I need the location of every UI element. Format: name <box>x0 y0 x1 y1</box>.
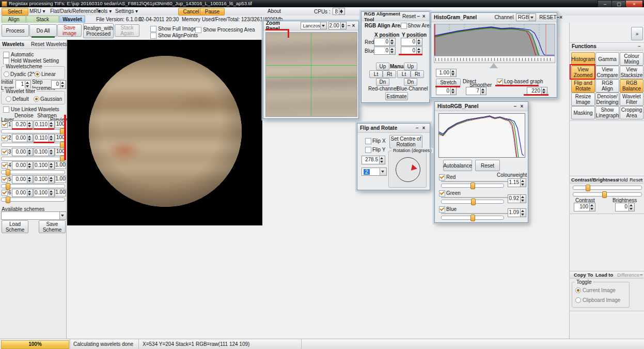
blue-down-button[interactable]: Dn <box>404 78 417 86</box>
tab-align[interactable]: Align <box>2 16 26 23</box>
rotation-angle-spin[interactable] <box>379 156 385 164</box>
cpus-spinner[interactable]: 8 <box>333 8 345 15</box>
layer1-denoise-spinner[interactable]: 0.20 <box>12 120 33 129</box>
func-view-stacksize-button[interactable]: View Stacksize <box>620 66 643 79</box>
channel-dropdown[interactable]: RGB <box>516 13 537 21</box>
range-low-spin[interactable] <box>450 87 456 95</box>
dyadic-radio[interactable] <box>4 71 9 77</box>
blue-weight-thumb[interactable] <box>470 215 475 221</box>
layer2-denoise-spin[interactable] <box>27 134 33 142</box>
load-to-button[interactable]: Load to <box>595 272 613 278</box>
layer5-denoise-spin[interactable] <box>27 176 33 183</box>
rotation-step-dropdown[interactable]: 2 <box>362 168 387 176</box>
schemes-dropdown-arrow[interactable] <box>59 212 66 219</box>
layer6-sharpen-spin[interactable] <box>49 189 54 196</box>
flip-rotate-minimize-icon[interactable]: – <box>414 125 420 131</box>
gamma-spin[interactable] <box>450 69 456 77</box>
layer4-sharpen-spinner[interactable]: 0.100 <box>34 161 55 170</box>
layer4-denoise-spinner[interactable]: 0.00 <box>12 161 33 170</box>
blue-weight-spinner[interactable]: 1.09 <box>508 208 526 217</box>
blue-left-button[interactable]: Lt <box>397 70 411 78</box>
show-full-image-checkbox[interactable] <box>150 26 156 32</box>
zoom-value-spinner[interactable]: 2.00 <box>328 22 346 29</box>
zoom-filter-arrow[interactable] <box>320 22 326 29</box>
contrast-slider-thumb[interactable] <box>586 185 590 191</box>
flip-x-checkbox[interactable] <box>365 138 371 144</box>
layer4-sharpen-spin[interactable] <box>49 162 54 169</box>
log-based-graph-checkbox[interactable] <box>497 79 503 85</box>
menu-select[interactable]: Select <box>2 8 28 16</box>
func-masking-button[interactable]: Masking <box>571 106 595 119</box>
layer6-slider[interactable] <box>1 198 65 202</box>
func-cropping-area-button[interactable]: Cropping Area <box>620 106 643 119</box>
load-scheme-button[interactable]: Load Scheme <box>2 220 28 233</box>
smoother-spinner[interactable]: 7 <box>466 87 486 95</box>
range-high-spin[interactable] <box>541 87 547 95</box>
blue-up-button[interactable]: Up <box>404 63 417 70</box>
linear-radio[interactable] <box>35 71 40 77</box>
red-right-button[interactable]: Rt <box>383 70 396 78</box>
stack-again-button[interactable]: Stack Again <box>115 24 139 37</box>
layer3-denoise-spin[interactable] <box>27 148 33 156</box>
show-area-checkbox[interactable] <box>401 23 407 29</box>
layer5-slider[interactable] <box>1 184 65 188</box>
layer4-slider[interactable] <box>1 170 65 174</box>
green-weight-spin[interactable] <box>520 195 526 203</box>
autobalance-button[interactable]: Autobalance <box>443 160 472 171</box>
red-x-spinner[interactable]: 0 <box>374 38 396 46</box>
filter-gaussian-radio[interactable] <box>34 96 39 102</box>
zoom-value-spin[interactable] <box>340 22 346 29</box>
zoom-filter-dropdown[interactable]: Lanczos <box>301 22 327 29</box>
blue-weight-slider[interactable] <box>441 216 504 220</box>
channel-dropdown-arrow[interactable] <box>529 14 536 21</box>
layer3-sharpen-spinner[interactable]: 0.100 <box>34 148 55 156</box>
window-maximize-button[interactable]: ▢ <box>611 0 626 8</box>
historgb-titlebar[interactable]: HistoRGB_Panel – × <box>435 102 528 111</box>
red-y-spinner[interactable]: 0 <box>401 38 422 46</box>
func-rgb-align-button[interactable]: RGB Align <box>595 79 619 93</box>
menu-settings[interactable]: Settings ▾ <box>113 8 140 14</box>
green-weight-slider[interactable] <box>441 200 504 204</box>
layer1-sharpen-spinner[interactable]: 0.110 <box>34 120 55 129</box>
layer4-denoise-spin[interactable] <box>27 162 33 169</box>
clipboard-image-radio[interactable] <box>575 297 581 303</box>
layer3-slider[interactable] <box>1 157 65 161</box>
cpus-spin-buttons[interactable] <box>339 8 344 14</box>
green-weight-thumb[interactable] <box>471 199 476 205</box>
layer2-denoise-spinner[interactable]: 0.00 <box>12 134 33 142</box>
copy-load-minimize-icon[interactable]: – <box>640 272 643 278</box>
layer6-slider-thumb[interactable] <box>6 196 10 203</box>
layer3-denoise-spinner[interactable]: 0.00 <box>12 148 33 156</box>
main-image-canvas[interactable] <box>67 40 262 225</box>
rgb-align-close-icon[interactable]: × <box>421 13 427 19</box>
use-linked-wavelets-checkbox[interactable] <box>3 107 9 113</box>
show-alignpoints-checkbox[interactable] <box>150 33 156 39</box>
layer6-denoise-spin[interactable] <box>27 189 33 196</box>
filter-default-radio[interactable] <box>6 96 11 102</box>
histogram-close-icon[interactable]: × <box>559 14 562 20</box>
blue-right-button[interactable]: Rt <box>411 70 424 78</box>
red-channel-checkbox[interactable] <box>439 174 445 180</box>
red-weight-thumb[interactable] <box>470 183 475 189</box>
contrast-slider[interactable] <box>573 186 642 190</box>
realign-with-processed-button[interactable]: Realign_with Processed <box>83 23 114 38</box>
red-weight-slider[interactable] <box>441 184 504 188</box>
layer3-sharpen-spin[interactable] <box>49 148 54 156</box>
contrast-spinner[interactable]: 100 <box>574 203 595 211</box>
do-all-button[interactable]: Do All <box>29 24 57 37</box>
layer1-slider[interactable] <box>1 129 65 133</box>
histogram-marker-triangle[interactable] <box>490 63 498 68</box>
layer5-denoise-spinner[interactable]: 0.00 <box>12 175 33 184</box>
current-image-radio[interactable] <box>575 287 581 293</box>
layer2-slider[interactable] <box>1 143 65 147</box>
histogram-reset-button[interactable]: RESET <box>539 14 556 20</box>
save-image-button[interactable]: Save image <box>57 24 82 37</box>
red-up-button[interactable]: Up <box>376 63 389 70</box>
range-low-spinner[interactable]: 0 <box>436 87 457 95</box>
func-rgb-balance-button[interactable]: RGB Balance <box>620 79 643 93</box>
func-gamma-button[interactable]: Gamma <box>595 52 619 66</box>
cb-hold-button[interactable]: Hold <box>618 177 628 183</box>
step-increment-spinner[interactable]: 0 <box>51 80 66 89</box>
layer4-slider-thumb[interactable] <box>6 169 10 176</box>
layer6-checkbox[interactable] <box>2 190 8 196</box>
